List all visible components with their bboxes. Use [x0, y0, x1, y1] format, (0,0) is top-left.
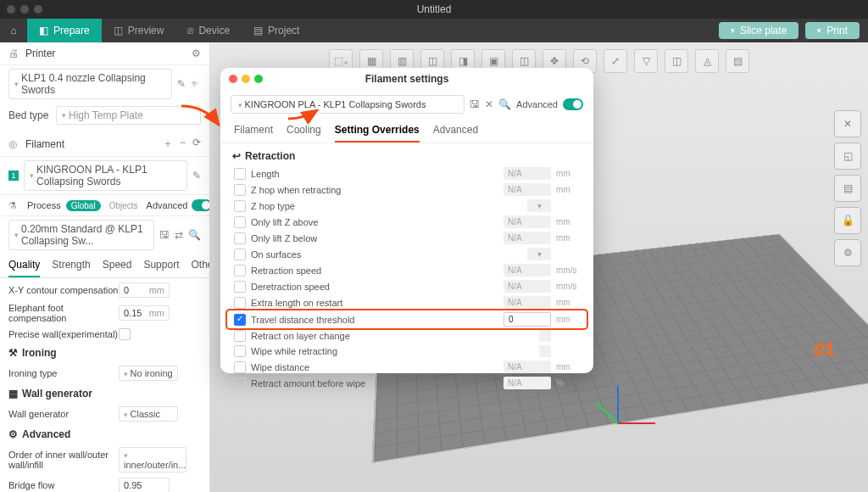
setting-value-input[interactable]: N/A — [504, 296, 551, 309]
setting-value-input[interactable]: N/A — [504, 280, 551, 293]
setting-checkbox[interactable] — [234, 330, 246, 342]
tab-strength[interactable]: Strength — [52, 254, 90, 277]
wifi-icon[interactable]: ᯤ — [191, 78, 201, 90]
setting-value-input[interactable]: N/A — [504, 377, 551, 389]
modal-advanced-toggle[interactable] — [563, 98, 583, 110]
setting-row: Retraction speedN/Amm/s — [227, 262, 587, 278]
lock-icon[interactable]: 🔓 — [834, 207, 861, 234]
tab-speed[interactable]: Speed — [103, 254, 132, 277]
setting-value-input[interactable]: N/A — [504, 232, 551, 244]
close-view-icon[interactable]: ✕ — [834, 110, 861, 137]
setting-row: Wipe distanceN/Amm — [227, 359, 587, 375]
save-profile-icon[interactable]: 🖫 — [159, 229, 170, 241]
tab-quality[interactable]: Quality — [8, 254, 40, 277]
wall-order-select[interactable]: ▾ inner/outer/in... — [119, 447, 186, 472]
home-button[interactable]: ⌂ — [0, 19, 27, 42]
compare-icon[interactable]: ⇄ — [175, 229, 183, 241]
layflat-icon[interactable]: ▽ — [634, 49, 658, 73]
search-modal-icon[interactable]: 🔍 — [498, 98, 511, 110]
perspective-icon[interactable]: ◱ — [834, 143, 861, 170]
setting-checkbox[interactable] — [234, 249, 246, 260]
setting-checkbox[interactable] — [234, 377, 246, 389]
xy-comp-input[interactable]: 0mm — [119, 282, 170, 298]
wallgen-select[interactable]: ▾ Classic — [119, 406, 178, 422]
bridge-flow-input[interactable]: 0.95 — [119, 478, 170, 492]
printer-select[interactable]: ▾KLP1 0.4 nozzle Collapsing Swords — [8, 69, 172, 99]
modal-tab-advanced[interactable]: Advanced — [433, 119, 478, 143]
ef-comp-input[interactable]: 0.15mm — [119, 305, 170, 321]
ironing-type-select[interactable]: ▾ No ironing — [119, 366, 178, 381]
setting-checkbox[interactable] — [234, 345, 246, 357]
setting-row: Only lift Z aboveN/Amm — [227, 214, 587, 230]
setting-value-checkbox[interactable] — [539, 345, 551, 357]
objects-tag[interactable]: Objects — [106, 200, 142, 211]
setting-label: Length — [251, 169, 498, 179]
sidebar: 🖨 Printer ⚙ ▾KLP1 0.4 nozzle Collapsing … — [0, 42, 210, 492]
setting-checkbox[interactable] — [234, 361, 246, 373]
gear-icon[interactable]: ⚙ — [834, 239, 861, 266]
tab-project[interactable]: ▤ Project — [242, 19, 311, 42]
setting-checkbox[interactable] — [234, 297, 246, 309]
add-filament-icon[interactable]: ＋ — [163, 137, 173, 151]
setting-label: On surfaces — [251, 249, 522, 260]
process-profile-select[interactable]: ▾0.20mm Standard @ KLP1 Collapsing Sw... — [8, 220, 154, 250]
setting-label: Only lift Z above — [251, 217, 498, 227]
setting-checkbox[interactable] — [234, 184, 246, 196]
setting-value-input[interactable]: N/A — [504, 183, 551, 196]
setting-value-input[interactable]: N/A — [504, 264, 551, 277]
slice-plate-button[interactable]: ▾Slice plate — [719, 22, 798, 39]
setting-checkbox[interactable] — [234, 314, 246, 326]
setting-value-input[interactable]: 0 — [504, 312, 551, 327]
support-icon[interactable]: ▤ — [726, 49, 749, 73]
layers-icon[interactable]: ▤ — [834, 175, 861, 202]
setting-value-input[interactable]: N/A — [504, 167, 551, 180]
setting-value-checkbox[interactable] — [539, 330, 551, 342]
modal-tab-setting-overrides[interactable]: Setting Overrides — [335, 119, 420, 143]
edit-filament-icon[interactable]: ✎ — [192, 170, 201, 182]
setting-dropdown[interactable]: ▾ — [527, 199, 551, 212]
setting-checkbox[interactable] — [234, 216, 246, 228]
tab-preview[interactable]: ◫ Preview — [102, 19, 176, 42]
setting-checkbox[interactable] — [234, 200, 246, 212]
tab-device[interactable]: ⎚ Device — [175, 19, 242, 42]
save-icon[interactable]: 🖫 — [470, 98, 480, 110]
setting-checkbox[interactable] — [234, 281, 246, 293]
printer-settings-icon[interactable]: ⚙ — [192, 48, 201, 59]
filament-select[interactable]: ▾KINGROON PLA - KLP1 Collapsing Swords — [24, 160, 187, 191]
setting-dropdown[interactable]: ▾ — [527, 248, 551, 260]
advanced-toggle[interactable]: Advanced⚙ — [147, 199, 210, 211]
modal-tab-filament[interactable]: Filament — [234, 119, 273, 143]
bedtype-select[interactable]: ▾High Temp Plate — [56, 106, 201, 125]
setting-checkbox[interactable] — [234, 265, 246, 277]
mesh-icon[interactable]: ◬ — [695, 49, 719, 73]
cut-icon[interactable]: ◫ — [665, 49, 688, 73]
setting-value-input[interactable]: N/A — [504, 361, 551, 373]
precise-wall-checkbox[interactable] — [119, 328, 131, 340]
modal-filament-select[interactable]: ▾ KINGROON PLA - KLP1 Collapsing Swords — [231, 95, 465, 114]
window-title: Untitled — [417, 3, 452, 15]
setting-label: Wipe while retracting — [251, 346, 534, 356]
bedtype-label: Bed type — [8, 109, 56, 121]
setting-checkbox[interactable] — [234, 168, 246, 180]
edit-icon[interactable]: ✎ — [177, 78, 186, 90]
print-button[interactable]: ▾Print — [805, 22, 860, 39]
setting-checkbox[interactable] — [234, 232, 246, 244]
tab-others[interactable]: Others — [191, 254, 210, 277]
process-tabs: Quality Strength Speed Support Others — [0, 254, 209, 278]
search-icon[interactable]: 🔍 — [188, 229, 201, 241]
global-tag[interactable]: Global — [66, 200, 101, 211]
printer-icon: 🖨 — [8, 48, 20, 59]
setting-label: Retraction speed — [251, 266, 498, 276]
tab-support[interactable]: Support — [143, 254, 179, 277]
modal-tab-cooling[interactable]: Cooling — [287, 119, 321, 143]
sync-filament-icon[interactable]: ⟳ — [192, 137, 201, 151]
setting-label: Retract on layer change — [251, 331, 534, 341]
window-controls[interactable] — [7, 5, 42, 14]
filament-color-swatch[interactable]: 1 — [8, 171, 19, 181]
modal-window-controls[interactable] — [229, 75, 263, 83]
scale-icon[interactable]: ⤢ — [604, 49, 627, 73]
setting-value-input[interactable]: N/A — [504, 215, 551, 228]
remove-filament-icon[interactable]: − — [180, 137, 186, 151]
tab-prepare[interactable]: ◧ Prepare — [27, 19, 102, 42]
delete-icon[interactable]: ✕ — [485, 98, 493, 110]
